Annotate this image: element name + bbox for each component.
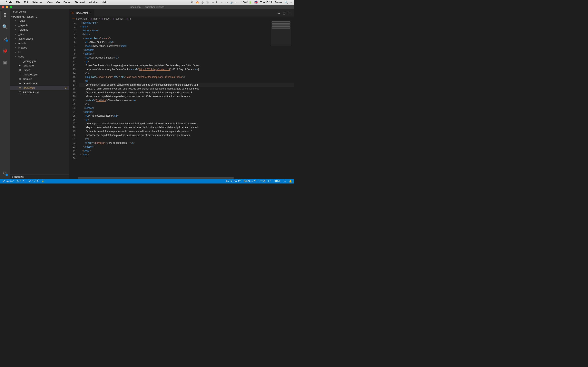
code-line[interactable]: </body> [79, 149, 294, 153]
code-line[interactable]: </p> [79, 137, 294, 141]
code-line[interactable]: <a href="/portfolio/">View all our books… [79, 141, 294, 145]
menu-selection[interactable]: Selection [32, 1, 43, 4]
clock[interactable]: Thu 15:29 [260, 1, 272, 4]
code-line[interactable]: </section> [79, 106, 294, 110]
code-content[interactable]: <!doctype html><html> <head></head> <bod… [79, 21, 294, 177]
breadcrumb[interactable]: <> index.html › ◇ html › ◇ body › ◇ sect… [69, 17, 294, 21]
code-line[interactable]: aliqua. Ut enim ad minim veniam, quis no… [79, 87, 294, 91]
code-line[interactable]: Lorem ipsum dolor sit amet, consectetur … [79, 83, 294, 87]
menu-help[interactable]: Help [102, 1, 107, 4]
tree-item-assets[interactable]: ›assets [10, 41, 69, 45]
close-window-button[interactable] [2, 6, 4, 8]
tree-item--layouts[interactable]: ›_layouts [10, 23, 69, 27]
tree-item-lib[interactable]: ›lib [10, 50, 69, 54]
activity-settings[interactable]: ⚙1 [0, 169, 10, 177]
menu-view[interactable]: View [47, 1, 52, 4]
user-name[interactable]: Emma [275, 1, 282, 4]
menu-window[interactable]: Window [89, 1, 98, 4]
menu-debug[interactable]: Debug [63, 1, 71, 4]
status-feedback[interactable]: ☺ [284, 180, 286, 183]
close-tab-icon[interactable]: × [89, 11, 91, 15]
code-line[interactable]: aliqua. Ut enim ad minim veniam, quis no… [79, 125, 294, 129]
status-problems[interactable]: ⓧ 0 ⚠ 0 [29, 180, 38, 183]
status-live[interactable]: ⚡ [41, 180, 44, 183]
code-line[interactable]: </p> [79, 71, 294, 75]
tree-item-images[interactable]: ›images [10, 45, 69, 50]
status-eol[interactable]: LF [268, 180, 271, 183]
code-line[interactable]: <aside>New fiction, discovered</aside> [79, 44, 294, 48]
menu-go[interactable]: Go [56, 1, 60, 4]
tray-icon[interactable]: ⎚ [212, 1, 214, 4]
code-line[interactable]: </p> [79, 102, 294, 106]
code-line[interactable]: <section> [79, 110, 294, 114]
code-line[interactable]: <h2>The best new fiction</h2> [79, 114, 294, 118]
activity-scm[interactable]: ⎇1 [0, 35, 10, 43]
activity-debug[interactable]: 🐞 [0, 47, 10, 55]
more-actions-icon[interactable]: ⋯ [288, 11, 291, 15]
split-editor-icon[interactable]: ◫ [283, 11, 285, 15]
code-line[interactable]: </section> [79, 145, 294, 149]
status-sync[interactable]: ⟳ 0↓ 1↑ [17, 180, 26, 183]
tray-icon[interactable]: ◎ [201, 1, 204, 4]
tab-index-html[interactable]: <> index.html × [69, 9, 94, 17]
code-line[interactable]: <h2>Our wonderful books</h2> [79, 56, 294, 60]
code-line[interactable]: <!doctype html> [79, 21, 294, 25]
code-line[interactable]: </html> [79, 153, 294, 157]
spotlight-icon[interactable]: 🔍 [285, 1, 288, 4]
tray-icon[interactable]: ↻ [216, 1, 218, 4]
minimap[interactable] [271, 21, 291, 45]
status-indent[interactable]: Tab Size: 2 [243, 180, 256, 183]
compare-icon[interactable]: ⇆ [277, 11, 280, 15]
status-language[interactable]: HTML [274, 180, 281, 183]
app-name[interactable]: Code [6, 1, 12, 4]
tree-item--rubocop-yml[interactable]: !.rubocop.yml [10, 72, 69, 77]
activity-search[interactable]: 🔍 [0, 23, 10, 31]
tray-icon[interactable]: ⚙ [191, 1, 193, 4]
tray-icon[interactable]: 🔥 [196, 1, 199, 4]
outline-section[interactable]: ▸ OUTLINE [10, 175, 69, 179]
crumb[interactable]: section [116, 17, 123, 20]
code-line[interactable]: <body> [79, 33, 294, 36]
tray-icon[interactable]: ⤢ [221, 1, 223, 4]
scrollbar-thumb[interactable] [78, 177, 233, 179]
code-line[interactable]: Duis aute irure dolor in reprehenderit i… [79, 91, 294, 95]
tree-item-gemfile[interactable]: ≡Gemfile [10, 77, 69, 81]
tree-item--gitignore[interactable]: ⚙.gitignore [10, 63, 69, 68]
code-line[interactable]: <header class="primary"> [79, 36, 294, 40]
code-editor[interactable]: 1234567891011121314151617181920212223242… [69, 21, 294, 177]
code-line[interactable]: <h1>Silver Oak Press</h1> [79, 40, 294, 44]
status-bell[interactable]: 🔔 [289, 180, 292, 183]
status-branch[interactable]: ⎇ master* [2, 180, 14, 183]
status-encoding[interactable]: UTF-8 [259, 180, 265, 183]
code-line[interactable]: Silver Oak Press is an [imaginary] award… [79, 64, 294, 67]
volume-icon[interactable]: 🔊 [230, 1, 233, 4]
tree-item--site[interactable]: ›_site [10, 32, 69, 36]
code-line[interactable]: <section> [79, 52, 294, 56]
tree-item-index-html[interactable]: <>index.htmlM [10, 86, 69, 90]
crumb[interactable]: p [130, 17, 131, 20]
code-line[interactable]: <p> [79, 60, 294, 64]
tree-item--data[interactable]: ›_data [10, 18, 69, 23]
crumb[interactable]: body [104, 17, 109, 20]
tree-item--rspec[interactable]: ≡.rspec [10, 68, 69, 72]
code-line[interactable]: <head></head> [79, 29, 294, 33]
tree-item--jekyll-cache[interactable]: ›.jekyll-cache [10, 36, 69, 41]
activity-extensions[interactable]: ▣ [0, 58, 10, 67]
code-line[interactable]: sint occaecat cupidatat non proident, su… [79, 133, 294, 137]
crumb[interactable]: html [94, 17, 98, 20]
code-line[interactable]: <a href="/portfolio/">View all our books… [79, 99, 294, 102]
tree-item-spec[interactable]: ›spec [10, 54, 69, 59]
status-cursor[interactable]: Ln 17, Col 12 [226, 180, 241, 183]
menu-edit[interactable]: Edit [24, 1, 28, 4]
zoom-window-button[interactable] [10, 6, 12, 8]
wifi-icon[interactable]: ᯤ [236, 1, 239, 4]
menu-file[interactable]: File [16, 1, 20, 4]
menu-terminal[interactable]: Terminal [75, 1, 85, 4]
code-line[interactable]: <html> [79, 25, 294, 29]
tree-item-gemfile-lock[interactable]: ≡Gemfile.lock [10, 81, 69, 86]
tree-item--plugins[interactable]: ›_plugins [10, 27, 69, 32]
display-icon[interactable]: ▭ [225, 1, 228, 4]
code-line[interactable]: purpose of showcasing the FutureBook <a … [79, 67, 294, 71]
code-line[interactable]: Lorem ipsum dolor sit amiet, consectetur… [79, 122, 294, 125]
tray-icon[interactable]: 🐘 [206, 1, 209, 4]
